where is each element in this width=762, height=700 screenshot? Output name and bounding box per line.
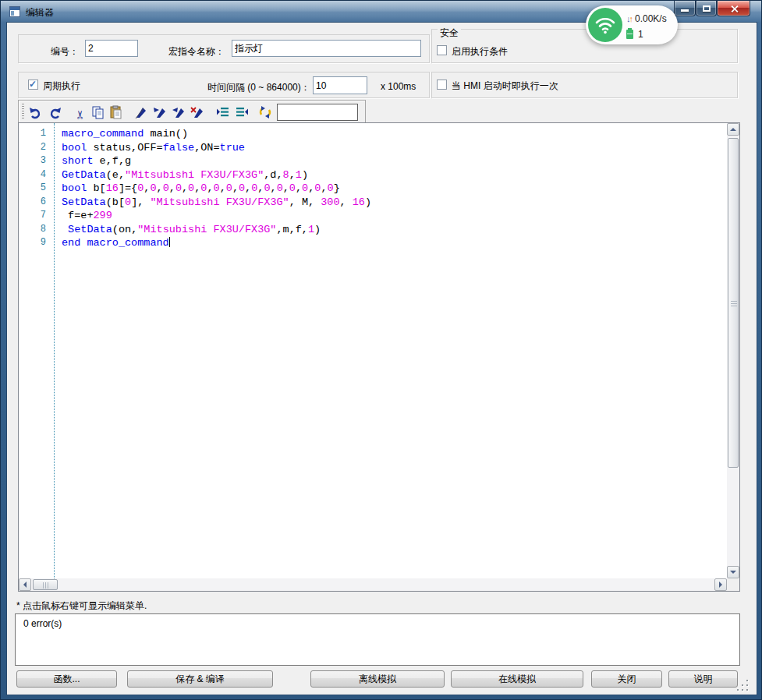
enable-condition-label[interactable]: 启用执行条件 (452, 45, 508, 58)
window-title: 编辑器 (26, 6, 54, 19)
horizontal-scrollbar[interactable] (19, 578, 727, 591)
id-input[interactable] (85, 40, 138, 57)
code-line[interactable]: 7 f=e+299 (19, 210, 727, 224)
scrollbar-corner (727, 578, 739, 591)
resize-grip[interactable] (739, 681, 750, 692)
editor-toolbar: ✂ (18, 100, 366, 123)
save-compile-button[interactable]: 保存 & 编译 (127, 670, 273, 688)
id-label: 编号： (51, 45, 79, 58)
enable-condition-checkbox[interactable] (437, 45, 447, 55)
toolbar-grip[interactable] (22, 104, 24, 119)
code-line[interactable]: 2bool status,OFF=false,ON=true (19, 142, 727, 156)
scroll-right-button[interactable] (714, 578, 727, 591)
macro-editor: 1macro_command main()2bool status,OFF=fa… (18, 122, 740, 592)
close-icon (730, 5, 739, 13)
outdent-icon[interactable] (234, 104, 250, 120)
function-button[interactable]: 函数... (16, 670, 117, 688)
line-number: 9 (19, 237, 50, 251)
code-line[interactable]: 5bool b[16]={0,0,0,0,0,0,0,0,0,0,0,0,0,0… (19, 182, 727, 196)
undo-icon[interactable] (28, 104, 44, 120)
periodic-label[interactable]: 周期执行 (43, 80, 80, 93)
code-line[interactable]: 9end macro_command (19, 237, 727, 251)
minimize-button[interactable] (674, 1, 696, 16)
footer-buttons: 函数...保存 & 编译离线模拟在线模拟关闭说明 (7, 670, 757, 688)
offline-sim-button[interactable]: 离线模拟 (310, 670, 445, 688)
run-on-startup-checkbox[interactable] (437, 80, 447, 90)
line-number: 8 (19, 224, 50, 238)
compile-output[interactable]: 0 error(s) (15, 613, 740, 666)
code-editor[interactable]: 1macro_command main()2bool status,OFF=fa… (19, 123, 727, 578)
security-label: 安全 (438, 27, 461, 40)
interval-label: 时间间隔 (0 ~ 864000)： (207, 81, 310, 94)
paste-icon[interactable] (108, 104, 124, 120)
code-line[interactable]: 8 SetData(on,"Mitsubishi FX3U/FX3G",m,f,… (19, 224, 727, 238)
error-count-text: 0 error(s) (23, 618, 62, 629)
close-window-button[interactable] (717, 1, 750, 16)
cut-icon[interactable]: ✂ (73, 104, 88, 120)
dialog-client: 编号： 宏指令名称： 安全 启用执行条件 周期执行 时间间隔 (0 ~ 8640… (7, 23, 757, 695)
run-on-startup-label[interactable]: 当 HMI 启动时即执行一次 (452, 80, 558, 93)
copy-icon[interactable] (90, 104, 106, 120)
bookmark-clear-icon[interactable] (190, 104, 205, 120)
line-number: 2 (19, 142, 50, 156)
code-line[interactable]: 4GetData(e,"Mitsubishi FX3U/FX3G",d,8,1) (19, 169, 727, 183)
scroll-up-button[interactable] (727, 123, 739, 136)
vertical-scroll-thumb[interactable] (728, 138, 739, 468)
line-number: 6 (19, 196, 50, 210)
periodic-checkbox[interactable] (28, 80, 38, 90)
wifi-icon[interactable] (588, 8, 622, 42)
maximize-button[interactable] (696, 1, 717, 16)
updown-arrows-icon: ↓↑ (626, 14, 632, 23)
line-number: 7 (19, 210, 50, 224)
net-count-value: 1 (638, 29, 643, 40)
code-lines: 1macro_command main()2bool status,OFF=fa… (19, 128, 727, 251)
line-number: 5 (19, 182, 50, 196)
scroll-down-button[interactable] (727, 566, 739, 578)
line-number: 3 (19, 155, 50, 169)
interval-input[interactable] (313, 76, 367, 94)
online-sim-button[interactable]: 在线模拟 (451, 670, 583, 688)
editor-window: 编辑器 ↓↑ 0.00K/s 1 编号： 宏指令名 (0, 0, 762, 700)
line-number: 1 (19, 128, 50, 142)
code-line[interactable]: 6SetData(b[0], "Mitsubishi FX3U/FX3G", M… (19, 196, 727, 210)
indent-icon[interactable] (215, 104, 231, 120)
bookmark-prev-icon[interactable] (171, 104, 186, 120)
net-speed-widget[interactable]: ↓↑ 0.00K/s 1 (586, 5, 678, 44)
macro-name-input[interactable] (232, 40, 421, 57)
close-button[interactable]: 关闭 (591, 670, 662, 688)
scroll-left-button[interactable] (19, 578, 31, 591)
text-caret (169, 237, 171, 247)
macro-name-label: 宏指令名称： (168, 45, 225, 58)
net-speed-value: 0.00K/s (635, 13, 667, 24)
find-replace-icon[interactable] (257, 104, 273, 120)
hint-text: * 点击鼠标右键可显示编辑菜单. (16, 599, 147, 613)
line-number: 4 (19, 169, 50, 183)
horizontal-scroll-thumb[interactable] (33, 579, 58, 590)
window-icon (9, 6, 20, 17)
help-button[interactable]: 说明 (668, 670, 738, 688)
bookmark-next-icon[interactable] (152, 104, 168, 120)
code-line[interactable]: 3short e,f,g (19, 155, 727, 169)
vertical-scrollbar[interactable] (727, 123, 739, 578)
maximize-icon (703, 5, 711, 12)
redo-icon[interactable] (47, 104, 62, 120)
toolbar-search-input[interactable] (277, 104, 358, 121)
bookmark-toggle-icon[interactable] (133, 104, 149, 120)
code-line[interactable]: 1macro_command main() (19, 128, 727, 142)
minimize-icon (681, 9, 689, 12)
battery-icon (626, 30, 633, 39)
interval-unit-label: x 100ms (381, 81, 416, 92)
